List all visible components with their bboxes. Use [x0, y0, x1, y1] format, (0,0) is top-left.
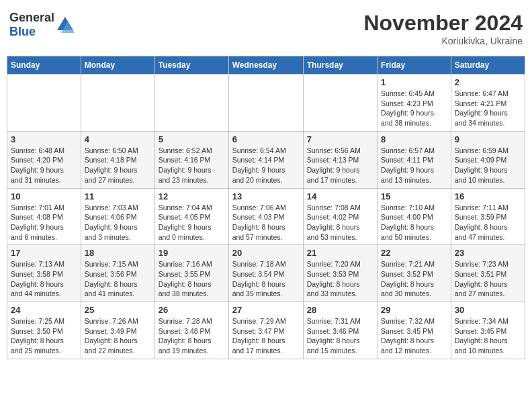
day-info: Sunrise: 7:28 AMSunset: 3:48 PMDaylight:…	[159, 316, 225, 356]
day-info: Sunrise: 7:06 AMSunset: 4:03 PMDaylight:…	[232, 203, 300, 242]
day-info: Sunrise: 7:21 AMSunset: 3:52 PMDaylight:…	[381, 259, 447, 299]
calendar-cell: 23Sunrise: 7:23 AMSunset: 3:51 PMDayligh…	[451, 245, 525, 302]
day-number: 7	[307, 134, 373, 144]
calendar-cell: 1Sunrise: 6:45 AMSunset: 4:23 PMDaylight…	[378, 75, 451, 132]
day-number: 5	[159, 134, 225, 144]
calendar-cell: 24Sunrise: 7:25 AMSunset: 3:50 PMDayligh…	[7, 302, 81, 359]
calendar-cell: 21Sunrise: 7:20 AMSunset: 3:53 PMDayligh…	[303, 245, 377, 302]
day-info: Sunrise: 7:03 AMSunset: 4:06 PMDaylight:…	[85, 203, 151, 242]
day-info: Sunrise: 7:20 AMSunset: 3:53 PMDaylight:…	[307, 259, 373, 299]
logo-text-general: General	[9, 11, 54, 24]
day-info: Sunrise: 6:54 AMSunset: 4:14 PMDaylight:…	[232, 146, 300, 185]
calendar-cell: 2Sunrise: 6:47 AMSunset: 4:21 PMDaylight…	[451, 75, 525, 132]
calendar-cell: 17Sunrise: 7:13 AMSunset: 3:58 PMDayligh…	[7, 245, 81, 302]
calendar-cell: 22Sunrise: 7:21 AMSunset: 3:52 PMDayligh…	[378, 245, 451, 302]
weekday-header-thursday: Thursday	[303, 56, 377, 75]
calendar-cell	[81, 75, 154, 132]
calendar-cell: 10Sunrise: 7:01 AMSunset: 4:08 PMDayligh…	[7, 188, 81, 245]
day-number: 16	[455, 191, 521, 201]
day-number: 30	[455, 305, 521, 315]
day-info: Sunrise: 6:57 AMSunset: 4:11 PMDaylight:…	[381, 146, 447, 185]
day-number: 17	[11, 248, 77, 258]
day-number: 8	[381, 134, 447, 144]
day-info: Sunrise: 7:04 AMSunset: 4:05 PMDaylight:…	[159, 203, 225, 242]
day-info: Sunrise: 7:08 AMSunset: 4:02 PMDaylight:…	[307, 203, 373, 242]
day-number: 2	[455, 77, 521, 87]
day-number: 11	[85, 191, 151, 201]
day-number: 3	[11, 134, 77, 144]
calendar-cell: 27Sunrise: 7:29 AMSunset: 3:47 PMDayligh…	[228, 302, 303, 359]
calendar-cell: 16Sunrise: 7:11 AMSunset: 3:59 PMDayligh…	[451, 188, 525, 245]
weekday-header-monday: Monday	[81, 56, 154, 75]
day-number: 29	[381, 305, 447, 315]
calendar-cell: 19Sunrise: 7:16 AMSunset: 3:55 PMDayligh…	[154, 245, 228, 302]
logo-text-blue: Blue	[9, 25, 36, 38]
day-number: 13	[232, 191, 300, 201]
calendar-cell: 6Sunrise: 6:54 AMSunset: 4:14 PMDaylight…	[228, 131, 303, 188]
weekday-header-saturday: Saturday	[451, 56, 525, 75]
day-number: 26	[159, 305, 225, 315]
calendar-cell: 28Sunrise: 7:31 AMSunset: 3:46 PMDayligh…	[303, 302, 377, 359]
day-number: 6	[232, 134, 300, 144]
logo-icon	[56, 15, 75, 34]
calendar-cell: 12Sunrise: 7:04 AMSunset: 4:05 PMDayligh…	[154, 188, 228, 245]
day-number: 21	[307, 248, 373, 258]
day-info: Sunrise: 7:26 AMSunset: 3:49 PMDaylight:…	[85, 316, 151, 356]
day-info: Sunrise: 7:25 AMSunset: 3:50 PMDaylight:…	[11, 316, 77, 356]
logo: General Blue	[9, 11, 75, 39]
day-info: Sunrise: 7:15 AMSunset: 3:56 PMDaylight:…	[85, 259, 151, 299]
day-number: 20	[232, 248, 300, 258]
weekday-header-sunday: Sunday	[7, 56, 81, 75]
calendar-cell: 29Sunrise: 7:32 AMSunset: 3:45 PMDayligh…	[378, 302, 451, 359]
day-info: Sunrise: 6:56 AMSunset: 4:13 PMDaylight:…	[307, 146, 373, 185]
day-number: 1	[381, 77, 447, 87]
day-info: Sunrise: 6:59 AMSunset: 4:09 PMDaylight:…	[455, 146, 521, 185]
day-info: Sunrise: 7:11 AMSunset: 3:59 PMDaylight:…	[455, 203, 521, 242]
day-number: 19	[159, 248, 225, 258]
day-number: 28	[307, 305, 373, 315]
day-info: Sunrise: 7:31 AMSunset: 3:46 PMDaylight:…	[307, 316, 373, 356]
day-info: Sunrise: 6:52 AMSunset: 4:16 PMDaylight:…	[159, 146, 225, 185]
location-title: Koriukivka, Ukraine	[363, 36, 523, 46]
calendar-cell: 30Sunrise: 7:34 AMSunset: 3:45 PMDayligh…	[451, 302, 525, 359]
day-number: 14	[307, 191, 373, 201]
day-info: Sunrise: 7:23 AMSunset: 3:51 PMDaylight:…	[455, 259, 521, 299]
day-info: Sunrise: 7:34 AMSunset: 3:45 PMDaylight:…	[455, 316, 521, 356]
day-number: 22	[381, 248, 447, 258]
calendar-cell: 18Sunrise: 7:15 AMSunset: 3:56 PMDayligh…	[81, 245, 154, 302]
day-number: 18	[85, 248, 151, 258]
calendar-cell: 9Sunrise: 6:59 AMSunset: 4:09 PMDaylight…	[451, 131, 525, 188]
calendar-cell: 5Sunrise: 6:52 AMSunset: 4:16 PMDaylight…	[154, 131, 228, 188]
calendar-cell: 15Sunrise: 7:10 AMSunset: 4:00 PMDayligh…	[378, 188, 451, 245]
weekday-header-tuesday: Tuesday	[154, 56, 228, 75]
calendar-cell: 26Sunrise: 7:28 AMSunset: 3:48 PMDayligh…	[154, 302, 228, 359]
day-number: 15	[381, 191, 447, 201]
day-number: 23	[455, 248, 521, 258]
day-number: 12	[159, 191, 225, 201]
day-info: Sunrise: 7:01 AMSunset: 4:08 PMDaylight:…	[11, 203, 77, 242]
calendar-cell: 13Sunrise: 7:06 AMSunset: 4:03 PMDayligh…	[228, 188, 303, 245]
day-number: 24	[11, 305, 77, 315]
day-info: Sunrise: 6:45 AMSunset: 4:23 PMDaylight:…	[381, 89, 447, 128]
page-header: General Blue November 2024 Koriukivka, U…	[7, 7, 525, 50]
calendar-cell: 4Sunrise: 6:50 AMSunset: 4:18 PMDaylight…	[81, 131, 154, 188]
day-number: 9	[455, 134, 521, 144]
day-info: Sunrise: 7:18 AMSunset: 3:54 PMDaylight:…	[232, 259, 300, 299]
calendar-week-row: 1Sunrise: 6:45 AMSunset: 4:23 PMDaylight…	[7, 75, 525, 132]
calendar-week-row: 24Sunrise: 7:25 AMSunset: 3:50 PMDayligh…	[7, 302, 525, 359]
calendar-cell	[7, 75, 81, 132]
day-info: Sunrise: 7:32 AMSunset: 3:45 PMDaylight:…	[381, 316, 447, 356]
day-info: Sunrise: 7:29 AMSunset: 3:47 PMDaylight:…	[232, 316, 300, 356]
calendar-cell: 14Sunrise: 7:08 AMSunset: 4:02 PMDayligh…	[303, 188, 377, 245]
title-area: November 2024 Koriukivka, Ukraine	[363, 11, 523, 46]
day-info: Sunrise: 7:16 AMSunset: 3:55 PMDaylight:…	[159, 259, 225, 299]
day-number: 4	[85, 134, 151, 144]
day-info: Sunrise: 6:50 AMSunset: 4:18 PMDaylight:…	[85, 146, 151, 185]
calendar-week-row: 10Sunrise: 7:01 AMSunset: 4:08 PMDayligh…	[7, 188, 525, 245]
calendar-cell: 7Sunrise: 6:56 AMSunset: 4:13 PMDaylight…	[303, 131, 377, 188]
calendar-cell	[228, 75, 303, 132]
day-info: Sunrise: 6:47 AMSunset: 4:21 PMDaylight:…	[455, 89, 521, 128]
calendar-cell: 20Sunrise: 7:18 AMSunset: 3:54 PMDayligh…	[228, 245, 303, 302]
calendar-cell: 3Sunrise: 6:48 AMSunset: 4:20 PMDaylight…	[7, 131, 81, 188]
calendar-cell: 25Sunrise: 7:26 AMSunset: 3:49 PMDayligh…	[81, 302, 154, 359]
